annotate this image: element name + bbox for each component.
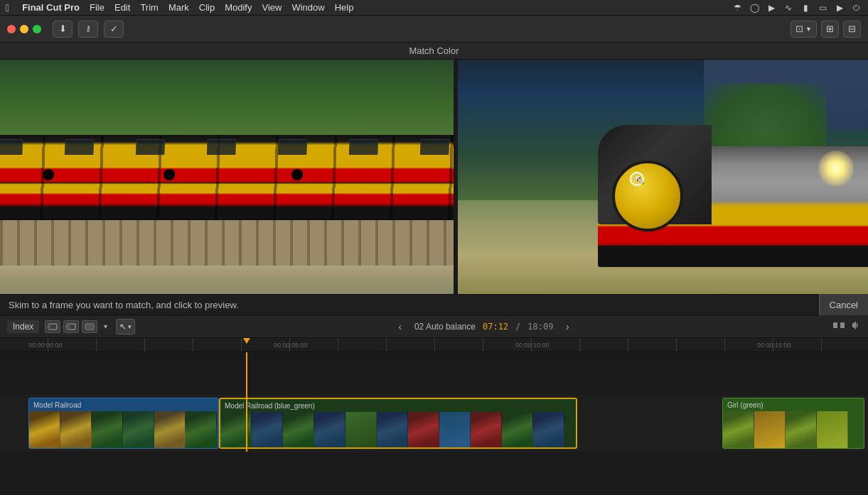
blue-thumb-10 <box>502 412 533 447</box>
playhead-line <box>246 352 247 452</box>
thumb-2 <box>60 411 92 448</box>
menu-view[interactable]: View <box>262 2 282 13</box>
match-color-header: Match Color <box>0 43 868 60</box>
menubar-right-icons: ☂ ◯ ▶ ∿ ▮ ▭ ▶ ⏲ <box>732 2 862 13</box>
filmstrip-icon-1[interactable] <box>45 320 60 333</box>
blue-thumb-11 <box>533 412 564 447</box>
upper-track-space <box>0 352 868 395</box>
clip-girl-green-label: Girl (green) <box>727 401 763 409</box>
tool-select[interactable]: ↖ ▾ <box>116 319 135 334</box>
menu-file[interactable]: File <box>90 2 105 13</box>
cancel-button[interactable]: Cancel <box>819 294 868 315</box>
menubar:  Final Cut Pro File Edit Trim Mark Clip… <box>0 0 868 16</box>
menu-edit[interactable]: Edit <box>114 2 130 13</box>
clip-appearance-chevron[interactable]: ▾ <box>100 320 110 333</box>
current-time: 07:12 <box>483 322 508 332</box>
svg-rect-3 <box>67 324 70 330</box>
zoom-to-fit-icon[interactable] <box>832 320 845 333</box>
thumb-6 <box>186 411 217 448</box>
apple-menu-icon[interactable]:  <box>6 2 9 13</box>
cursor-arrow: ↖ <box>634 172 645 187</box>
blue-thumb-9 <box>471 412 502 447</box>
index-button[interactable]: Index <box>7 320 39 333</box>
grid-layout-button[interactable]: ⊞ <box>821 21 839 38</box>
clips-row: Model Railroad Model Railroad (blue_gree… <box>0 395 868 452</box>
audio-icon[interactable] <box>850 320 861 333</box>
clip-view-button[interactable]: ⊟ <box>843 21 861 38</box>
blue-thumb-7 <box>408 412 439 447</box>
total-time: 18:09 <box>527 322 553 332</box>
time-icon: ⏲ <box>851 2 862 13</box>
ruler-track: 00:00:00:00 00:00:05:00 00:00:10:00 00:0… <box>0 338 868 352</box>
timeline-scroll-area[interactable] <box>0 452 868 459</box>
girl-thumb-2 <box>754 411 786 448</box>
fullscreen-button[interactable] <box>33 25 41 33</box>
clip-model-railroad-blue-label: Model Railroad (blue_green) <box>225 402 315 410</box>
clip-model-railroad-label: Model Railroad <box>33 401 81 409</box>
toolbar-right: ⊡ ▼ ⊞ ⊟ <box>791 21 861 38</box>
playhead-triangle <box>243 338 250 344</box>
girl-thumb-3 <box>786 411 817 448</box>
right-preview[interactable]: ↖ <box>458 60 868 294</box>
check-button[interactable]: ✓ <box>104 21 124 38</box>
blue-thumb-3 <box>283 412 314 447</box>
blue-thumb-2 <box>252 412 283 447</box>
menu-trim[interactable]: Trim <box>140 2 159 13</box>
toolbar: ⬇ ⚷ ✓ ⊡ ▼ ⊞ ⊟ <box>0 16 868 43</box>
svg-rect-1 <box>48 324 50 330</box>
play-icon: ▶ <box>766 2 777 13</box>
left-preview[interactable] <box>0 60 454 294</box>
blue-thumb-6 <box>377 412 408 447</box>
thumb-4 <box>123 411 154 448</box>
battery-icon: ▮ <box>800 2 811 13</box>
svg-rect-6 <box>833 322 837 328</box>
clip-girl-green[interactable]: Girl (green) <box>722 398 864 449</box>
clip-girl-green-thumbnails <box>723 411 864 448</box>
arrow-icon: ↖ <box>119 322 127 332</box>
menu-modify[interactable]: Modify <box>225 2 252 13</box>
svg-rect-7 <box>840 322 845 328</box>
viewer-layout-button[interactable]: ⊡ ▼ <box>791 21 817 38</box>
menu-window[interactable]: Window <box>291 2 324 13</box>
thumb-1 <box>29 411 60 448</box>
chevron-down-icon: ▼ <box>805 26 812 33</box>
filmstrip-icon-2[interactable] <box>63 320 79 333</box>
menu-mark[interactable]: Mark <box>168 2 189 13</box>
index-label: Index <box>13 322 33 332</box>
viewer-icon: ⊡ <box>795 23 803 34</box>
menu-help[interactable]: Help <box>335 2 354 13</box>
airplay-icon: ▭ <box>817 2 828 13</box>
wifi-icon: ∿ <box>783 2 794 13</box>
import-button[interactable]: ⬇ <box>53 21 73 38</box>
skim-message: Skim to a frame you want to match, and c… <box>9 300 239 310</box>
timeline-right-icons <box>832 320 861 333</box>
clip-model-railroad[interactable]: Model Railroad <box>28 398 219 449</box>
menu-clip[interactable]: Clip <box>199 2 215 13</box>
svg-rect-5 <box>85 324 94 330</box>
traffic-lights <box>7 25 41 33</box>
clip-model-railroad-blue-green[interactable]: Model Railroad (blue_green) <box>219 398 577 449</box>
volume-icon: ▶ <box>834 2 845 13</box>
key-icon: ⚷ <box>85 24 91 33</box>
prev-clip-button[interactable]: ‹ <box>393 320 407 334</box>
app-name-menu[interactable]: Final Cut Pro <box>22 2 80 13</box>
check-icon: ✓ <box>110 23 118 34</box>
key-button[interactable]: ⚷ <box>78 21 98 38</box>
thumb-5 <box>154 411 186 448</box>
next-clip-button[interactable]: › <box>560 320 574 334</box>
blue-thumb-5 <box>345 412 377 447</box>
grid-icon: ⊞ <box>826 23 834 34</box>
timeline-area[interactable]: Model Railroad Model Railroad (blue_gree… <box>0 352 868 452</box>
clip-appearance-group: ▾ <box>45 320 110 333</box>
clip-icon: ⊟ <box>848 23 856 34</box>
minimize-button[interactable] <box>20 25 28 33</box>
dropbox-icon: ☂ <box>732 2 743 13</box>
ruler-ticks-small <box>0 338 868 352</box>
clip-model-railroad-blue-thumbnails <box>220 412 576 447</box>
thumb-3 <box>92 411 123 448</box>
close-button[interactable] <box>7 25 16 33</box>
right-train-engine <box>598 125 868 267</box>
tool-chevron-icon: ▾ <box>128 323 132 330</box>
left-scene-bg <box>0 60 454 294</box>
filmstrip-icon-3[interactable] <box>82 320 97 333</box>
